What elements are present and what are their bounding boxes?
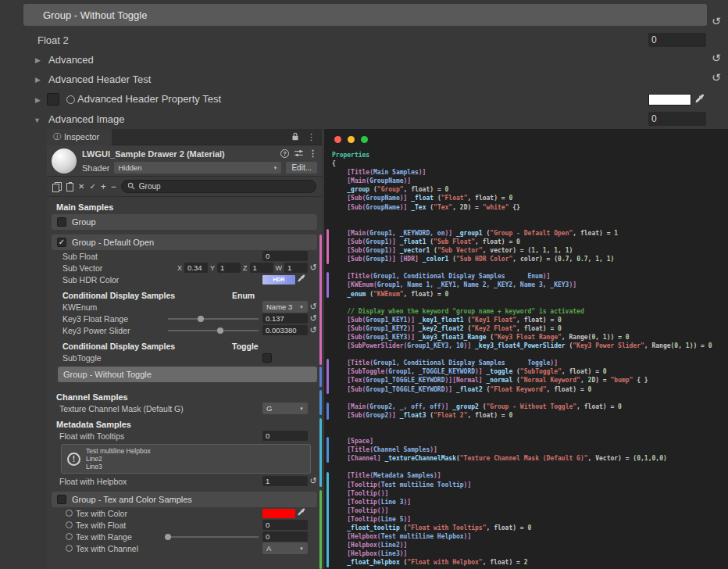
advanced-image-field[interactable]: 0 <box>648 112 706 126</box>
revert-icon[interactable]: ↺ <box>309 302 316 311</box>
slider-handle[interactable] <box>165 534 171 540</box>
paste-icon[interactable] <box>66 183 73 191</box>
revert-icon[interactable]: ↺ <box>712 52 721 63</box>
sub-float-field[interactable]: 0 <box>262 251 308 261</box>
revert-icon[interactable]: ↺ <box>309 477 316 485</box>
section-channel-samples: Channel Samples <box>50 392 319 403</box>
foldout-closed-icon[interactable]: ▶ <box>35 97 41 104</box>
code-line <box>332 420 726 428</box>
vector-x-field[interactable]: 0.34 <box>184 263 208 273</box>
group-default-open-checkbox[interactable]: ✓ <box>57 238 66 247</box>
field-value: 0.003380 <box>266 326 297 335</box>
help-icon[interactable]: ? <box>280 149 289 158</box>
code-line: [Sub(Group1)] [HDR] _color1 ("Sub HDR Co… <box>332 255 726 263</box>
revert-icon[interactable]: ↺ <box>712 16 721 27</box>
slider-handle[interactable] <box>198 316 204 322</box>
group-header-default-open[interactable]: ✓ Group - Default Open <box>52 234 317 250</box>
kebab-menu-icon[interactable]: ⋮ <box>309 149 317 159</box>
tex-with-range-slider[interactable] <box>168 531 259 542</box>
lock-icon[interactable] <box>291 130 299 144</box>
revert-icon[interactable]: ↺ <box>309 326 316 335</box>
property-row-sub-vector: Sub Vector X 0.34 Y 1 Z 1 W 1 ↺ <box>50 262 319 274</box>
eyedropper-icon[interactable] <box>297 274 305 284</box>
section-link-strip-pink <box>319 234 322 365</box>
checkmark-icon[interactable]: ✓ <box>89 183 95 191</box>
section-link-strip-blue <box>319 367 322 387</box>
tex-channel-dropdown[interactable]: A ▼ <box>262 542 308 554</box>
tex-color-group-checkbox[interactable] <box>57 495 66 504</box>
helpbox-line: Line3 <box>86 463 151 471</box>
advanced-header-property-test-label[interactable]: Advanced Header Property Test <box>77 93 221 105</box>
minus-icon[interactable]: − <box>111 183 116 191</box>
texture-ring-icon <box>66 510 73 517</box>
search-input[interactable]: Group <box>121 180 316 193</box>
float-with-tooltips-field[interactable]: 0 <box>262 431 308 441</box>
copy-icon[interactable] <box>52 182 62 191</box>
presets-icon[interactable] <box>294 149 303 159</box>
advanced-header-test-label[interactable]: Advanced Header Test <box>48 73 151 85</box>
close-window-icon[interactable] <box>334 136 341 143</box>
float-with-helpbox-field[interactable]: 1 <box>262 476 308 486</box>
color-swatch-red[interactable] <box>262 509 295 518</box>
channel-mask-dropdown[interactable]: G ▼ <box>262 403 308 414</box>
revert-icon[interactable]: ↺ <box>712 72 721 83</box>
revert-icon[interactable]: ↺ <box>309 263 316 272</box>
section-sublabel: Toggle <box>232 341 259 352</box>
vector-z-field[interactable]: 1 <box>250 263 273 273</box>
color-swatch-white[interactable] <box>648 94 691 106</box>
section-sublabel: Enum <box>232 290 255 301</box>
group-toggle-checkbox[interactable] <box>57 217 66 227</box>
property-row-kwenum: KWEnum Name 3 ▼ ↺ <box>50 301 319 313</box>
tab-inspector[interactable]: ⓘ Inspector <box>47 129 112 145</box>
property-label: Tex with Range <box>76 532 168 542</box>
advanced-header-property-test-checkbox[interactable] <box>47 93 59 106</box>
key3-power-slider[interactable] <box>168 325 259 335</box>
selected-group-header-bar[interactable]: Group - Without Toggle <box>23 4 707 26</box>
code-line: [Main(Group1, _KEYWORD, on)] _group1 ("G… <box>332 229 726 238</box>
key3-float-range-slider[interactable] <box>168 313 259 324</box>
group-header-group[interactable]: Group <box>52 214 317 230</box>
edit-button[interactable]: Edit... <box>286 162 317 174</box>
vector-y-field[interactable]: 1 <box>217 263 241 273</box>
property-label: Tex with Float <box>76 521 262 530</box>
tex-with-range-field[interactable]: 0 <box>262 531 308 542</box>
eyedropper-icon[interactable] <box>694 93 705 107</box>
key3-float-range-field[interactable]: 0.137 <box>262 313 308 324</box>
collapse-all-icon[interactable]: ✕ <box>78 183 84 191</box>
section-link-strip-blue <box>327 403 329 420</box>
material-preview-sphere[interactable] <box>52 149 77 174</box>
slider-track <box>168 536 259 538</box>
float2-field[interactable]: 0 <box>648 33 706 47</box>
texture-ring-icon <box>66 545 73 552</box>
float2-label: Float 2 <box>37 34 69 46</box>
tex-with-float-field[interactable]: 0 <box>262 520 308 530</box>
minimize-window-icon[interactable] <box>348 136 355 143</box>
eyedropper-icon[interactable] <box>297 508 305 518</box>
property-row-float-with-helpbox: Float with Helpbox 1 ↺ <box>50 475 319 487</box>
revert-icon[interactable]: ↺ <box>309 314 316 323</box>
key3-power-slider-field[interactable]: 0.003380 <box>262 325 308 335</box>
code-line: [Helpbox(Line2)] <box>332 541 726 549</box>
code-line: [KWEnum(Group1, Name 1, _KEY1, Name 2, _… <box>332 281 726 289</box>
hdr-color-swatch[interactable]: HDR <box>262 275 295 284</box>
plus-icon[interactable]: + <box>101 183 106 191</box>
subtoggle-checkbox[interactable] <box>262 353 272 363</box>
foldout-open-icon[interactable]: ▼ <box>34 117 41 124</box>
kebab-menu-icon[interactable]: ⋮ <box>307 132 316 142</box>
kwenum-dropdown[interactable]: Name 3 ▼ <box>262 301 308 313</box>
advanced-label[interactable]: Advanced <box>48 54 94 66</box>
property-row-key3-power-slider: Key3 Power Slider 0.003380 ↺ <box>50 324 319 336</box>
code-line: [Sub(Group1)] _vector1 ("Sub Vector", ve… <box>332 246 726 255</box>
foldout-closed-icon[interactable]: ▶ <box>35 57 41 64</box>
advanced-image-label[interactable]: Advanced Image <box>48 113 125 125</box>
slider-handle[interactable] <box>217 327 223 334</box>
inspector-content: Main Samples Group ✓ Group - Default Ope… <box>47 202 322 554</box>
foldout-closed-icon[interactable]: ▶ <box>35 77 41 84</box>
code-line: [Sub(Group1_TOGGLE_KEYWORD)] _float2 ("F… <box>332 385 726 394</box>
property-label: Sub Vector <box>62 263 158 273</box>
group-header-tex-and-color[interactable]: Group - Tex and Color Samples <box>52 492 317 507</box>
maximize-window-icon[interactable] <box>361 136 368 143</box>
shader-dropdown[interactable]: Hidden ▼ <box>114 162 281 174</box>
group-header-without-toggle[interactable]: Group - Without Toggle <box>58 367 317 382</box>
vector-w-field[interactable]: 1 <box>284 263 308 273</box>
